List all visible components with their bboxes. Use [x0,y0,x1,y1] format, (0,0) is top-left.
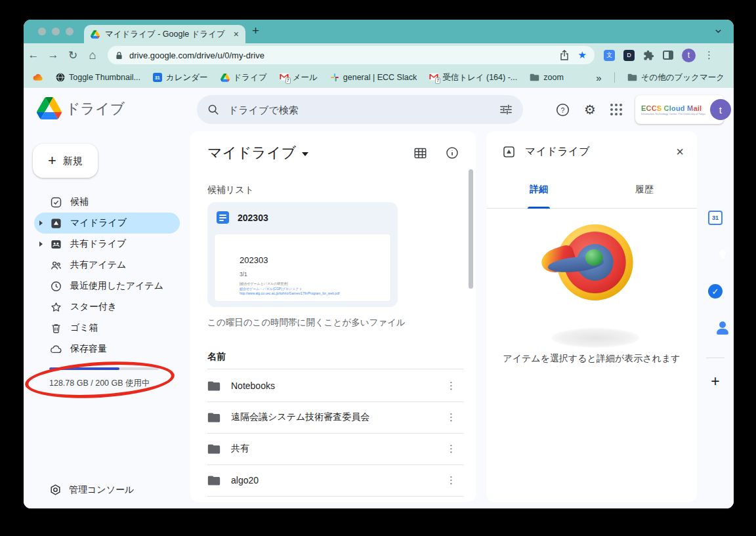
sidebar-item-starred[interactable]: スター付き [34,297,180,318]
tab-bar: マイドライブ - Google ドライブ × + [24,20,734,43]
google-apps-grid-icon[interactable] [610,104,622,115]
translate-extension-icon[interactable]: 文 [604,50,615,61]
info-icon[interactable] [446,146,459,159]
suggestions-icon [49,196,62,209]
clock-icon [49,279,62,293]
file-row[interactable]: 遠隔会議システム技術審査委員会 [207,402,464,433]
preview-subtitle: 3/1 [240,271,390,278]
suggestion-caption: この曜日のこの時間帯に開くことが多いファイル [207,317,406,329]
share-icon[interactable] [560,50,569,60]
sidebar-item-label: マイドライブ [70,217,127,229]
zoom-window-button[interactable] [66,28,74,35]
admin-console-icon [49,484,62,496]
sidebar-item-suggestions[interactable]: 候補 [34,192,180,213]
sidebar-item-shared-drives[interactable]: 共有ドライブ [34,234,180,255]
drive-search-bar[interactable] [197,95,523,124]
scrollbar-thumb[interactable] [469,169,473,289]
admin-console-link[interactable]: 管理コンソール [49,484,134,496]
more-actions-icon[interactable] [446,380,464,392]
folder-icon [207,443,220,455]
add-addon-icon[interactable] [711,373,719,390]
close-icon[interactable]: × [676,144,684,159]
search-options-tune-icon[interactable] [499,104,513,115]
bookmark-cloud[interactable] [33,73,43,81]
bookmark-calendar[interactable]: 31 カレンダー [153,72,208,83]
sidebar-item-shared-with-me[interactable]: 共有アイテム [34,255,180,276]
back-button[interactable] [24,49,43,62]
page-title-dropdown[interactable]: マイドライブ [207,143,308,163]
tab-history[interactable]: 履歴 [592,184,698,208]
preview-link: http://www.alg.co.uec.ac.jp/itohiro/Game… [240,291,390,295]
reload-button[interactable] [63,49,83,62]
bookmark-slack[interactable]: general | ECC Slack [330,73,417,82]
traffic-lights[interactable] [38,28,74,35]
divider [706,358,724,358]
bookmark-drive[interactable]: ドライブ [220,72,267,83]
sidebar-item-label: 共有アイテム [70,259,126,271]
help-icon[interactable]: ? [556,103,570,117]
bookmark-inbox[interactable]: 7 受信トレイ (164) -... [429,72,517,83]
suggestion-card[interactable]: 202303 202303 3/1 [組合せゲームとパズルの研究会] 組合せゲー… [207,202,398,307]
bookmark-label: メール [293,72,318,83]
tab-details[interactable]: 詳細 [486,184,592,208]
more-actions-icon[interactable] [446,411,464,423]
close-window-button[interactable] [38,28,46,35]
preview-text-line: [組合せゲームとパズルの研究会] [240,281,390,285]
grid-view-icon[interactable] [413,147,427,159]
account-avatar[interactable]: t [710,99,731,120]
bookmark-label: Toggle Thumbnail... [69,73,140,82]
divider [207,496,464,497]
file-row[interactable]: algo20 [207,464,464,496]
svg-text:?: ? [561,106,565,113]
bookmark-label: zoom [543,73,564,82]
bookmark-mail[interactable]: 7 メール [280,72,318,83]
tasks-icon[interactable] [708,284,723,299]
my-drive-icon [49,216,62,230]
file-row[interactable]: Notebooks [207,370,464,402]
minimize-window-button[interactable] [52,28,60,35]
bookmark-label: 受信トレイ (164) -... [442,72,517,83]
new-tab-button[interactable]: + [252,24,259,38]
sidebar-item-my-drive[interactable]: マイドライブ [34,213,180,234]
puzzle-extensions-icon[interactable] [643,50,654,61]
expand-caret-icon[interactable] [39,241,43,247]
file-preview[interactable]: 202303 3/1 [組合せゲームとパズルの研究会] 組合せゲーム・パズル(C… [214,234,391,302]
address-bar[interactable]: drive.google.com/drive/u/0/my-drive [108,46,595,64]
account-badge[interactable]: ECCS Cloud Mail Information Technology C… [635,95,724,124]
more-actions-icon[interactable] [446,474,464,486]
tab-close-icon[interactable]: × [234,29,239,39]
shared-drives-icon [49,237,62,251]
more-actions-icon[interactable] [446,443,464,455]
file-row[interactable]: 共有 [207,433,464,464]
expand-caret-icon[interactable] [39,220,43,226]
browser-menu-icon[interactable] [704,49,714,61]
calendar-icon[interactable]: 31 [708,211,723,225]
drive-header: ドライブ ? ECCS Cloud Mail Information Techn… [24,88,734,131]
sidebar-item-trash[interactable]: ゴミ箱 [34,318,180,339]
browser-tab[interactable]: マイドライブ - Google ドライブ × [84,25,245,43]
suggestion-file-name: 202303 [238,213,268,223]
home-button[interactable] [83,49,102,62]
new-button[interactable]: 新規 [33,144,98,178]
bookmark-star-icon[interactable] [578,49,587,61]
sidebar-item-recent[interactable]: 最近使用したアイテム [34,276,180,297]
bookmark-toggle-thumbnail[interactable]: Toggle Thumbnail... [56,73,140,82]
search-input[interactable] [228,104,490,115]
file-name: algo20 [231,475,436,485]
forward-button[interactable] [43,49,63,62]
page-title: マイドライブ [207,143,296,163]
browser-avatar[interactable]: t [682,49,696,62]
extension-icon[interactable]: D [623,50,635,61]
other-bookmarks[interactable]: その他のブックマーク [627,72,724,83]
tab-search-chevron-icon[interactable] [715,28,722,35]
divider [614,72,615,83]
bookmark-folder-zoom[interactable]: zoom [530,73,564,82]
gmail-favicon: 7 [429,73,438,82]
settings-gear-icon[interactable] [584,102,596,117]
bookmarks-overflow-icon[interactable] [596,72,601,83]
file-name: Notebooks [231,381,436,391]
drive-logo[interactable] [37,97,62,119]
sidebar-item-storage[interactable]: 保存容量 [34,339,180,360]
side-panel-icon[interactable] [663,51,673,60]
list-header-name[interactable]: 名前 [207,351,226,363]
